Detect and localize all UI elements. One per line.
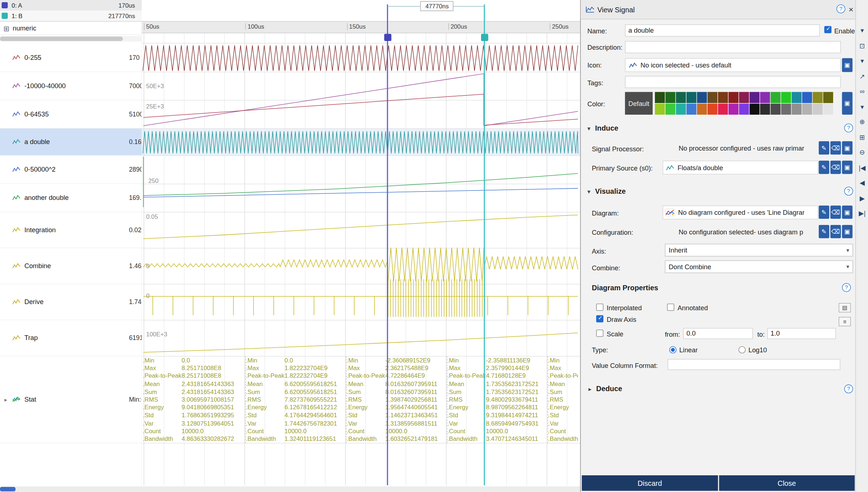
sidebar-item-integration[interactable]: Integration0.02 bbox=[0, 212, 142, 248]
chevron-down-icon[interactable]: ▾ bbox=[856, 101, 868, 113]
color-swatch[interactable] bbox=[676, 104, 686, 115]
browse-icon[interactable]: ▣ bbox=[842, 141, 852, 155]
color-swatch[interactable] bbox=[686, 92, 696, 103]
time-axis[interactable]: 50us100us150us200us250us bbox=[142, 21, 580, 33]
color-swatch[interactable] bbox=[749, 92, 759, 103]
chevron-down-icon[interactable]: ▾ bbox=[587, 188, 590, 196]
zoom-in-icon[interactable]: ⊕ bbox=[856, 116, 868, 128]
color-swatch[interactable] bbox=[749, 104, 759, 115]
color-swatch[interactable] bbox=[707, 104, 717, 115]
scale-checkbox[interactable] bbox=[596, 329, 603, 337]
zoom-out-icon[interactable]: ⊖ bbox=[856, 146, 868, 159]
sidebar-item-trap[interactable]: Trap6191 bbox=[0, 320, 142, 356]
help-icon[interactable]: ? bbox=[844, 187, 853, 196]
color-swatch[interactable] bbox=[739, 104, 749, 115]
scrollbar-thumb[interactable] bbox=[0, 37, 123, 41]
chevron-down-icon[interactable]: ▾ bbox=[587, 125, 590, 132]
color-swatch[interactable] bbox=[802, 92, 812, 103]
induce-section-header[interactable]: Induce bbox=[595, 124, 618, 132]
color-swatch[interactable] bbox=[739, 92, 749, 103]
color-swatch[interactable] bbox=[791, 92, 801, 103]
sidebar-item-0-255[interactable]: 0-255170 bbox=[0, 43, 142, 72]
edit-icon[interactable]: ✎ bbox=[819, 225, 829, 238]
combine-select[interactable]: Dont Combine ▾ bbox=[665, 261, 853, 273]
sidebar-item-0-64535[interactable]: 0-645355100 bbox=[0, 100, 142, 128]
color-swatch[interactable] bbox=[781, 104, 791, 115]
clear-icon[interactable]: ⌫ bbox=[830, 161, 841, 174]
chevron-down-icon[interactable]: ▾ bbox=[856, 55, 868, 67]
sidebar-item-0-50000-2[interactable]: 0-50000^22890 bbox=[0, 156, 142, 184]
color-swatch[interactable] bbox=[718, 104, 728, 115]
edit-icon[interactable]: ✎ bbox=[819, 205, 829, 219]
signal-processor-field[interactable]: No processor configured - uses raw prima… bbox=[663, 141, 818, 155]
skip-end-icon[interactable]: ▶| bbox=[856, 207, 868, 220]
diagram-field[interactable]: No diagram configured - uses 'Line Diagr… bbox=[663, 205, 818, 219]
discard-button[interactable]: Discard bbox=[582, 475, 718, 491]
next-icon[interactable]: ▶ bbox=[856, 192, 868, 204]
scrollbar-thumb[interactable] bbox=[0, 487, 16, 491]
cursor-a-line[interactable] bbox=[387, 4, 388, 485]
browse-icon[interactable]: ▣ bbox=[842, 161, 852, 174]
bottom-horizontal-scrollbar[interactable] bbox=[0, 487, 580, 492]
color-swatch[interactable] bbox=[676, 92, 686, 103]
browse-icon[interactable]: ▣ bbox=[842, 205, 852, 219]
collapse-chevron-icon[interactable]: ▾ bbox=[856, 24, 868, 37]
skip-start-icon[interactable]: |◀ bbox=[856, 161, 868, 174]
visualize-section-header[interactable]: Visualize bbox=[595, 187, 626, 196]
color-swatch[interactable] bbox=[655, 104, 665, 115]
color-swatch[interactable] bbox=[728, 92, 738, 103]
color-swatch[interactable] bbox=[728, 104, 738, 115]
color-swatch[interactable] bbox=[813, 92, 822, 103]
description-input[interactable] bbox=[625, 41, 841, 53]
sidebar-item--10000-40000[interactable]: -10000-400007000 bbox=[0, 72, 142, 100]
color-swatch[interactable] bbox=[707, 92, 717, 103]
color-swatch[interactable] bbox=[823, 104, 833, 115]
color-swatch[interactable] bbox=[781, 92, 791, 103]
deduce-section-header[interactable]: Deduce bbox=[596, 385, 622, 393]
help-icon[interactable]: ? bbox=[844, 385, 853, 393]
sidebar-item-derive[interactable]: Derive1.740 bbox=[0, 284, 142, 320]
color-swatch[interactable] bbox=[718, 92, 728, 103]
sidebar-item-stat[interactable]: ▸StatMin:-2 bbox=[0, 356, 142, 443]
linear-radio[interactable] bbox=[669, 346, 677, 353]
attach-icon[interactable]: ∞ bbox=[856, 85, 868, 98]
browse-icon[interactable]: ▣ bbox=[842, 225, 852, 238]
edit-icon[interactable]: ✎ bbox=[819, 141, 829, 155]
export-icon[interactable]: ↗ bbox=[856, 70, 868, 82]
chevron-right-icon[interactable]: ▸ bbox=[588, 386, 591, 393]
color-swatch[interactable] bbox=[697, 92, 707, 103]
axis-select[interactable]: Inherit ▾ bbox=[665, 244, 853, 257]
scale-from-input[interactable] bbox=[683, 328, 753, 339]
sidebar-item-a-double[interactable]: a double0.169 bbox=[0, 128, 142, 156]
scale-to-input[interactable] bbox=[767, 328, 836, 339]
clear-icon[interactable]: ⌫ bbox=[830, 225, 841, 238]
prev-icon[interactable]: ◀ bbox=[856, 177, 868, 189]
log10-radio[interactable] bbox=[739, 346, 746, 353]
sidebar-item-another-double[interactable]: another double169.9 bbox=[0, 184, 142, 212]
cursor-row-b[interactable]: 1: B 217770ns bbox=[0, 11, 142, 22]
color-swatch[interactable] bbox=[665, 104, 675, 115]
color-swatch[interactable] bbox=[760, 104, 770, 115]
cursor-b-line[interactable] bbox=[484, 4, 485, 485]
color-swatch[interactable] bbox=[802, 104, 812, 115]
waveform-area[interactable]: 50us100us150us200us250us 50E+325E+32500.… bbox=[142, 0, 580, 487]
help-icon[interactable]: ? bbox=[842, 283, 851, 292]
close-button[interactable]: Close bbox=[719, 475, 855, 491]
expander-icon[interactable]: ▸ bbox=[4, 396, 7, 402]
cursor-row-a[interactable]: 0: A 170us bbox=[0, 0, 142, 11]
cursor-b-marker[interactable] bbox=[481, 34, 488, 41]
primary-source-field[interactable]: Floats/a double bbox=[663, 161, 818, 175]
color-swatch[interactable] bbox=[665, 92, 675, 103]
icon-picker-button[interactable]: ▣ bbox=[842, 58, 852, 72]
interpolated-checkbox[interactable] bbox=[596, 304, 603, 311]
color-swatch[interactable] bbox=[760, 92, 770, 103]
enable-checkbox[interactable] bbox=[824, 26, 831, 33]
color-swatch[interactable] bbox=[686, 104, 696, 115]
edit-icon[interactable]: ✎ bbox=[819, 161, 829, 174]
color-swatch[interactable] bbox=[770, 104, 780, 115]
clear-icon[interactable]: ⌫ bbox=[830, 205, 841, 219]
tags-input[interactable] bbox=[625, 76, 841, 88]
color-default-swatch[interactable]: Default bbox=[625, 92, 653, 115]
color-more-button[interactable]: ▣ bbox=[842, 92, 852, 115]
color-swatch[interactable] bbox=[823, 92, 833, 103]
